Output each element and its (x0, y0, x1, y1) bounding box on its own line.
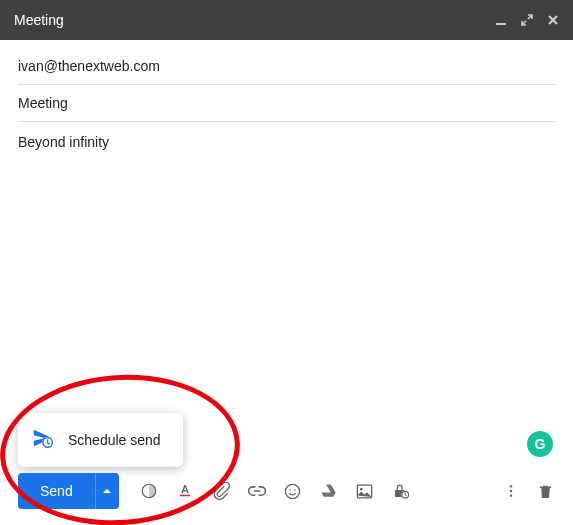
formatting-toolbar (139, 481, 411, 501)
schedule-send-icon (32, 427, 54, 453)
compose-body[interactable]: Beyond infinity (0, 122, 573, 162)
discard-draft-icon[interactable] (535, 481, 555, 501)
send-button-group: Send (18, 473, 119, 509)
more-options-icon[interactable] (501, 481, 521, 501)
grammarly-letter: G (535, 436, 546, 452)
compose-toolbar: Send (18, 473, 555, 509)
window-controls (495, 14, 559, 26)
minimize-icon[interactable] (495, 14, 507, 26)
compose-title: Meeting (14, 12, 64, 28)
to-field[interactable]: ivan@thenextweb.com (18, 48, 555, 85)
insert-photo-icon[interactable] (355, 481, 375, 501)
compose-header: Meeting (0, 0, 573, 40)
send-button[interactable]: Send (18, 473, 95, 509)
confidential-mode-icon[interactable] (391, 481, 411, 501)
toolbar-right (501, 481, 555, 501)
compose-window: Meeting ivan@thenextweb.com Meeting Beyo… (0, 0, 573, 525)
svg-rect-0 (496, 23, 506, 25)
grammarly-icon[interactable]: G (527, 431, 553, 457)
attach-file-icon[interactable] (211, 481, 231, 501)
svg-point-12 (510, 485, 512, 487)
text-format-icon[interactable] (175, 481, 195, 501)
expand-icon[interactable] (521, 14, 533, 26)
svg-point-8 (360, 487, 363, 490)
svg-rect-15 (539, 486, 550, 487)
insert-link-icon[interactable] (247, 481, 267, 501)
formatting-options-icon[interactable] (139, 481, 159, 501)
insert-emoji-icon[interactable] (283, 481, 303, 501)
schedule-send-menu[interactable]: Schedule send (18, 413, 183, 467)
svg-point-13 (510, 490, 512, 492)
svg-point-14 (510, 494, 512, 496)
send-options-dropdown[interactable] (95, 473, 119, 509)
insert-drive-icon[interactable] (319, 481, 339, 501)
subject-field[interactable]: Meeting (18, 85, 555, 122)
compose-fields: ivan@thenextweb.com Meeting (0, 40, 573, 122)
svg-point-5 (290, 489, 292, 491)
close-icon[interactable] (547, 14, 559, 26)
schedule-send-label: Schedule send (68, 432, 161, 448)
svg-point-4 (286, 484, 300, 498)
svg-point-6 (294, 489, 296, 491)
